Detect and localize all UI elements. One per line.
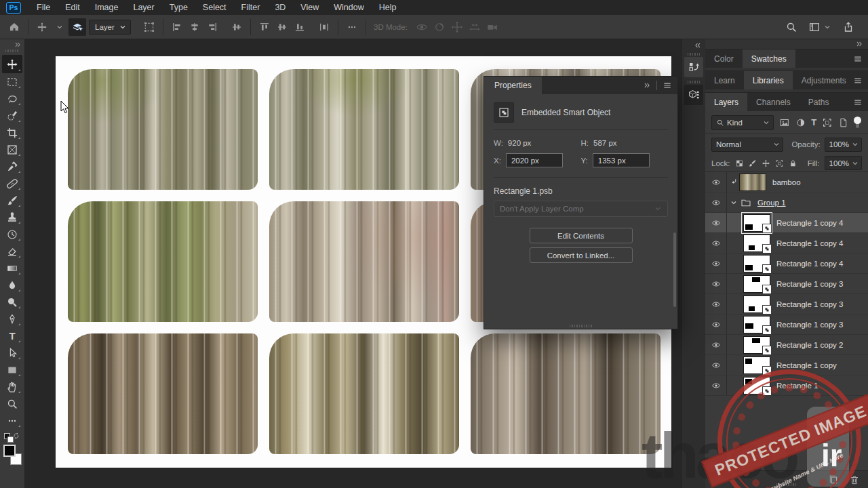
- layer-thumbnail[interactable]: [743, 357, 770, 374]
- eraser-tool[interactable]: [2, 243, 22, 260]
- filter-shape-layers-icon[interactable]: [822, 117, 833, 128]
- 3d-roll-button[interactable]: [431, 18, 448, 36]
- visibility-toggle[interactable]: [705, 335, 727, 354]
- layer-thumbnail[interactable]: [743, 377, 770, 394]
- tab-learn[interactable]: Learn: [705, 71, 744, 89]
- visibility-toggle[interactable]: [705, 253, 727, 273]
- menu-3d[interactable]: 3D: [267, 0, 293, 15]
- align-top-edges-button[interactable]: [256, 18, 273, 36]
- layer-row-rectangle-1-copy-2[interactable]: Rectangle 1 copy 2: [705, 335, 868, 355]
- filter-adjustment-layers-icon[interactable]: [795, 117, 806, 128]
- move-tool[interactable]: [2, 55, 22, 73]
- tool-preset-chevron[interactable]: [51, 18, 68, 36]
- layer-thumbnail[interactable]: [743, 255, 770, 272]
- dock-resize-grip[interactable]: [776, 483, 797, 486]
- brush-tool[interactable]: [2, 192, 22, 209]
- eyedropper-tool[interactable]: [2, 158, 22, 175]
- 3d-orbit-button[interactable]: [413, 18, 431, 36]
- toolbar-expand-button[interactable]: [0, 39, 24, 48]
- layer-row-rectangle-1-copy[interactable]: Rectangle 1 copy: [705, 355, 868, 375]
- layer-thumbnail[interactable]: [743, 275, 770, 293]
- opacity-dropdown[interactable]: 100%: [825, 138, 862, 152]
- tab-paths[interactable]: Paths: [800, 93, 838, 111]
- layer-row-rectangle-1-copy-4[interactable]: Rectangle 1 copy 4: [705, 253, 868, 274]
- tab-adjustments[interactable]: Adjustments: [793, 71, 855, 89]
- collapse-panel-icon[interactable]: [643, 81, 651, 89]
- 3d-slide-button[interactable]: [466, 18, 484, 36]
- share-button[interactable]: [842, 21, 854, 33]
- edit-toolbar-button[interactable]: [2, 412, 22, 429]
- panel-menu-icon[interactable]: [853, 54, 863, 64]
- menu-select[interactable]: Select: [195, 0, 234, 15]
- visibility-toggle[interactable]: [705, 233, 727, 253]
- panel-menu-icon[interactable]: [853, 76, 863, 85]
- visibility-toggle[interactable]: [705, 274, 727, 293]
- dodge-tool[interactable]: [2, 293, 22, 310]
- rectangle-tool[interactable]: [2, 361, 22, 378]
- expand-panels-button[interactable]: [682, 39, 705, 49]
- menu-file[interactable]: File: [29, 0, 58, 15]
- workspace-switcher[interactable]: [808, 21, 831, 33]
- visibility-toggle[interactable]: [705, 294, 727, 314]
- menu-layer[interactable]: Layer: [125, 0, 161, 15]
- visibility-toggle[interactable]: [705, 192, 727, 212]
- lock-transparency-icon[interactable]: [735, 159, 744, 168]
- lock-all-icon[interactable]: [789, 159, 797, 168]
- clone-stamp-tool[interactable]: [2, 209, 22, 226]
- new-layer-button[interactable]: [828, 474, 839, 485]
- move-tool-preset[interactable]: [33, 18, 51, 36]
- filter-smart-objects-icon[interactable]: [838, 117, 849, 128]
- filter-kind-dropdown[interactable]: Kind: [711, 115, 774, 130]
- layer-row-rectangle-1-copy-4[interactable]: Rectangle 1 copy 4: [705, 233, 868, 253]
- lock-pixels-icon[interactable]: [748, 159, 757, 168]
- default-colors-control[interactable]: [4, 432, 20, 443]
- zoom-tool[interactable]: [2, 395, 22, 412]
- menu-type[interactable]: Type: [162, 0, 195, 15]
- lasso-tool[interactable]: [2, 90, 22, 107]
- tab-libraries[interactable]: Libraries: [744, 71, 793, 89]
- convert-to-linked-button[interactable]: Convert to Linked...: [530, 247, 633, 263]
- tab-swatches[interactable]: Swatches: [743, 49, 795, 68]
- spot-healing-brush-tool[interactable]: [2, 175, 22, 192]
- layer-row-rectangle-1[interactable]: Rectangle 1: [705, 375, 868, 396]
- history-brush-tool[interactable]: [2, 226, 22, 243]
- align-middle-button[interactable]: [228, 18, 245, 36]
- blend-mode-dropdown[interactable]: Normal: [711, 138, 783, 152]
- visibility-toggle[interactable]: [705, 172, 727, 192]
- layer-thumbnail[interactable]: [743, 296, 770, 313]
- align-left-button[interactable]: [168, 18, 186, 36]
- group-expand-chevron[interactable]: [730, 199, 738, 207]
- foreground-color-swatch[interactable]: [3, 445, 16, 457]
- layer-thumbnail[interactable]: [743, 316, 770, 333]
- menu-edit[interactable]: Edit: [58, 0, 87, 15]
- collapse-dock-button[interactable]: [705, 39, 868, 49]
- menu-filter[interactable]: Filter: [234, 0, 268, 15]
- 3d-pan-button[interactable]: [448, 18, 466, 36]
- blur-tool[interactable]: [2, 277, 22, 293]
- menu-help[interactable]: Help: [372, 0, 404, 15]
- gradient-tool[interactable]: [2, 260, 22, 277]
- hand-tool[interactable]: [2, 378, 22, 395]
- panel-menu-icon[interactable]: [663, 81, 672, 90]
- panel-menu-icon[interactable]: [853, 98, 863, 107]
- delete-layer-button[interactable]: [849, 474, 860, 485]
- lock-artboard-icon[interactable]: [775, 159, 784, 168]
- layer-row-rectangle-1-copy-3[interactable]: Rectangle 1 copy 3: [705, 294, 868, 314]
- fill-dropdown[interactable]: 100%: [825, 156, 862, 170]
- properties-scrollbar[interactable]: [673, 232, 676, 307]
- lock-position-icon[interactable]: [762, 159, 770, 168]
- filtering-toggle[interactable]: [854, 117, 862, 129]
- edit-contents-button[interactable]: Edit Contents: [530, 228, 633, 243]
- tab-channels[interactable]: Channels: [747, 93, 800, 111]
- layer-row-rectangle-1-copy-3[interactable]: Rectangle 1 copy 3: [705, 274, 868, 294]
- type-tool[interactable]: T: [2, 327, 22, 344]
- properties-panel-button[interactable]: [684, 85, 703, 105]
- layer-row-rectangle-1-copy-4[interactable]: Rectangle 1 copy 4: [705, 213, 868, 233]
- filter-pixel-layers-icon[interactable]: [779, 117, 790, 128]
- filter-type-layers-icon[interactable]: T: [811, 118, 816, 127]
- align-right-button[interactable]: [203, 18, 221, 36]
- frame-tool[interactable]: [2, 141, 22, 158]
- layer-thumbnail[interactable]: [739, 174, 766, 191]
- visibility-toggle[interactable]: [705, 314, 727, 334]
- auto-select-target-dropdown[interactable]: Layer: [89, 20, 131, 35]
